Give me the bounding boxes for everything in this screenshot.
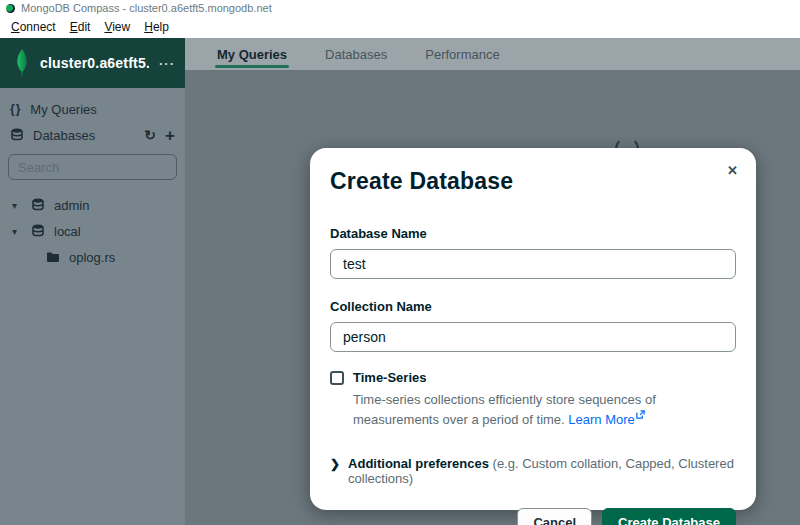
additional-preferences-label: Additional preferences: [348, 456, 489, 471]
braces-icon: {}: [10, 102, 21, 116]
menu-edit-label: dit: [78, 20, 91, 34]
menu-item-edit[interactable]: Edit: [63, 18, 98, 36]
sidebar-search-input[interactable]: [8, 154, 177, 180]
additional-preferences-text: Additional preferences (e.g. Custom coll…: [348, 456, 736, 486]
window-title: MongoDB Compass - cluster0.a6etft5.mongo…: [21, 2, 272, 14]
tab-my-queries-label: My Queries: [217, 47, 287, 62]
tab-performance-label: Performance: [425, 47, 499, 62]
time-series-label[interactable]: Time-Series: [353, 370, 426, 385]
menu-connect-label: onnect: [20, 20, 56, 34]
time-series-section: Time-Series Time-series collections effi…: [330, 370, 736, 431]
database-icon: [31, 198, 45, 212]
mongodb-leaf-icon: [14, 49, 30, 77]
external-link-icon: [636, 410, 645, 419]
tab-performance[interactable]: Performance: [425, 38, 499, 70]
ellipsis-icon: ···: [159, 56, 175, 71]
modal-close-button[interactable]: ✕: [725, 161, 740, 180]
database-name-label: Database Name: [330, 226, 736, 241]
caret-down-icon: ▾: [12, 200, 22, 211]
active-tab-underline: [215, 65, 289, 68]
sidebar-my-queries-label: My Queries: [30, 102, 96, 117]
database-name-input[interactable]: [330, 249, 736, 279]
cluster-name: cluster0.a6etft5...: [40, 55, 149, 71]
database-tree: ▾ admin ▾: [0, 192, 185, 270]
menu-connect-accel: C: [11, 20, 20, 34]
app-icon: [6, 4, 15, 13]
database-name-group: Database Name: [330, 226, 736, 279]
tabbar: My Queries Databases Performance: [185, 38, 800, 70]
sidebar-databases-label: Databases: [33, 128, 135, 143]
tree-local-label: local: [54, 224, 81, 239]
plus-icon: +: [165, 126, 175, 145]
close-icon: ✕: [727, 163, 738, 178]
sidebar-search: [0, 148, 185, 184]
chevron-right-icon: ❯: [330, 457, 340, 471]
tab-databases[interactable]: Databases: [325, 38, 387, 70]
modal-footer: Cancel Create Database: [330, 508, 736, 525]
tree-item-oplog[interactable]: oplog.rs: [0, 244, 185, 270]
app-frame: cluster0.a6etft5... ··· {} My Queries Da…: [0, 38, 800, 525]
time-series-description: Time-series collections efficiently stor…: [353, 390, 736, 431]
learn-more-label: Learn More: [568, 412, 634, 427]
create-database-plus-button[interactable]: +: [165, 127, 175, 144]
create-database-modal: ✕ Create Database Database Name Collecti…: [310, 148, 756, 510]
folder-icon: [46, 250, 60, 264]
mongodb-compass-window: MongoDB Compass - cluster0.a6etft5.mongo…: [0, 0, 800, 525]
tab-my-queries[interactable]: My Queries: [217, 38, 287, 70]
cluster-options-button[interactable]: ···: [159, 56, 175, 71]
database-icon: [10, 128, 24, 142]
cancel-button[interactable]: Cancel: [517, 508, 592, 525]
tab-databases-label: Databases: [325, 47, 387, 62]
menu-help-label: elp: [153, 20, 169, 34]
additional-preferences-toggle[interactable]: ❯ Additional preferences (e.g. Custom co…: [330, 456, 736, 486]
time-series-row: Time-Series: [330, 370, 736, 385]
tree-item-local[interactable]: ▾ local: [0, 218, 185, 244]
tree-oplog-label: oplog.rs: [69, 250, 115, 265]
tree-admin-label: admin: [54, 198, 89, 213]
menu-item-connect[interactable]: Connect: [4, 18, 63, 36]
database-icon: [31, 224, 45, 238]
menu-edit-accel: E: [70, 20, 78, 34]
time-series-checkbox[interactable]: [330, 371, 344, 385]
sidebar-body: {} My Queries Databases ↻ +: [0, 88, 185, 525]
sidebar-item-my-queries[interactable]: {} My Queries: [0, 96, 185, 122]
titlebar: MongoDB Compass - cluster0.a6etft5.mongo…: [0, 0, 800, 16]
sidebar-item-databases[interactable]: Databases ↻ +: [0, 122, 185, 148]
tree-item-admin[interactable]: ▾ admin: [0, 192, 185, 218]
menu-item-view[interactable]: View: [97, 18, 137, 36]
menu-view-label: iew: [112, 20, 130, 34]
sidebar-header: cluster0.a6etft5... ···: [0, 38, 185, 88]
sidebar: cluster0.a6etft5... ··· {} My Queries Da…: [0, 38, 185, 525]
refresh-databases-button[interactable]: ↻: [144, 128, 156, 142]
menu-help-accel: H: [144, 20, 153, 34]
menu-item-help[interactable]: Help: [137, 18, 176, 36]
modal-title: Create Database: [330, 168, 736, 195]
caret-down-icon: ▾: [12, 226, 22, 237]
collection-name-input[interactable]: [330, 322, 736, 352]
refresh-icon: ↻: [144, 127, 156, 143]
collection-name-group: Collection Name: [330, 299, 736, 352]
learn-more-link[interactable]: Learn More: [568, 412, 634, 427]
menubar: Connect Edit View Help: [0, 16, 800, 38]
create-database-button[interactable]: Create Database: [602, 508, 736, 525]
collection-name-label: Collection Name: [330, 299, 736, 314]
